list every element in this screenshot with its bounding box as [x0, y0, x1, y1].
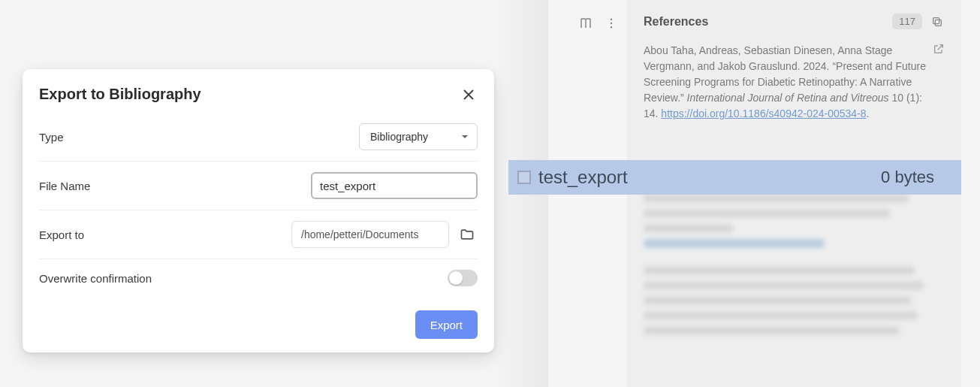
references-title: References [644, 15, 708, 29]
file-icon [517, 171, 531, 184]
exportto-row: Export to [39, 210, 478, 259]
type-select-value: Bibliography [370, 131, 428, 143]
export-path-input[interactable] [291, 221, 449, 248]
dialog-title: Export to Bibliography [39, 86, 201, 103]
type-select[interactable]: Bibliography [359, 123, 478, 150]
reference-period: . [867, 107, 870, 119]
kebab-menu-icon[interactable] [605, 17, 618, 33]
reference-item[interactable]: Abou Taha, Andreas, Sebastian Dinesen, A… [644, 43, 945, 122]
chevron-down-icon [460, 132, 469, 141]
reference-doi-link[interactable]: https://doi.org/10.1186/s40942-024-00534… [661, 107, 866, 119]
reference-journal: International Journal of Retina and Vitr… [687, 92, 889, 104]
filename-label: File Name [39, 180, 90, 192]
overwrite-row: Overwrite confirmation [39, 259, 478, 297]
overwrite-toggle[interactable] [448, 270, 478, 286]
references-count-badge: 117 [892, 14, 922, 29]
overwrite-label: Overwrite confirmation [39, 272, 152, 285]
svg-rect-3 [935, 20, 941, 26]
copy-references-button[interactable] [930, 14, 945, 29]
svg-point-1 [611, 23, 612, 24]
exportto-label: Export to [39, 228, 84, 241]
svg-rect-4 [933, 17, 939, 23]
export-bibliography-dialog: Export to Bibliography Type Bibliography… [23, 69, 494, 352]
external-link-icon [933, 43, 945, 55]
filename-row: File Name [39, 162, 478, 210]
reference-item-blurred [644, 266, 945, 335]
folder-icon [460, 227, 475, 242]
copy-icon [931, 16, 943, 28]
browse-folder-button[interactable] [457, 224, 478, 245]
close-icon [463, 89, 474, 100]
svg-point-0 [611, 19, 612, 20]
filename-input[interactable] [311, 172, 478, 199]
type-row: Type Bibliography [39, 113, 478, 162]
export-button[interactable]: Export [415, 310, 478, 339]
file-list-item-selected[interactable]: test_export 0 bytes [508, 160, 961, 195]
close-button[interactable] [460, 86, 478, 104]
type-label: Type [39, 131, 64, 144]
file-name: test_export [538, 167, 628, 188]
svg-point-2 [611, 26, 612, 28]
book-icon[interactable] [579, 17, 593, 33]
file-size: 0 bytes [881, 168, 934, 187]
open-reference-button[interactable] [933, 43, 945, 55]
